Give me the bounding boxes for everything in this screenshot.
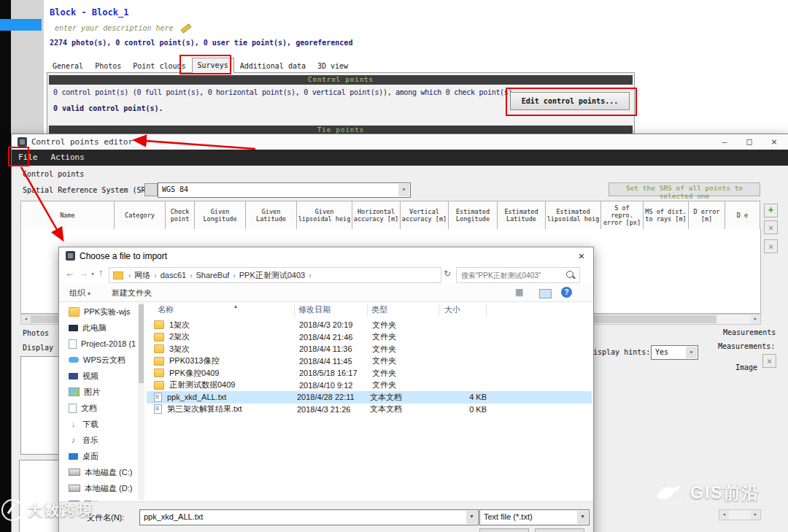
file-row[interactable]: 3架次2018/4/4 11:36文件夹 xyxy=(147,343,592,355)
column-header-estimated-longitude[interactable]: Estimated Longitude xyxy=(449,201,498,230)
sidebar-item-videos[interactable]: 视频 xyxy=(59,369,136,382)
sidebar-item-pictures[interactable]: 图片 xyxy=(59,385,136,398)
scroll-left-icon[interactable] xyxy=(21,315,31,324)
sidebar-item-documents[interactable]: 文档 xyxy=(59,401,136,415)
breadcrumb-item[interactable]: ShareBuf xyxy=(194,271,232,280)
file-row[interactable]: PPK像控04092018/5/18 16:17文件夹 xyxy=(147,367,592,379)
file-row[interactable]: 第三架次解算结果.txt2018/4/3 21:26文本文档0 KB xyxy=(147,404,592,416)
breadcrumb-item[interactable]: 网络 xyxy=(132,270,152,281)
column-header-name[interactable]: Name xyxy=(21,201,115,230)
cancel-button[interactable]: 取消 xyxy=(535,528,584,532)
sidebar-scrollbar[interactable] xyxy=(138,303,144,500)
scrollbar-thumb[interactable] xyxy=(139,304,144,383)
forward-icon[interactable] xyxy=(79,268,88,279)
filename-input[interactable]: ppk_xkd_ALL.txt xyxy=(139,509,479,525)
column-header-category[interactable]: Category xyxy=(115,201,166,230)
open-button[interactable]: 打开(O) xyxy=(479,528,529,532)
text-file-icon xyxy=(154,404,162,414)
photo-preview-box[interactable] xyxy=(19,460,61,532)
picture-icon xyxy=(69,388,80,396)
search-input[interactable]: 搜索"PPK正射测试0403" xyxy=(456,267,580,283)
list-column-size[interactable]: 大小 xyxy=(444,304,460,315)
video-icon xyxy=(69,373,78,379)
sidebar-item[interactable]: WPS云文档 xyxy=(59,353,136,366)
measurements-scrollbar[interactable] xyxy=(719,509,761,520)
tab-point-clouds[interactable]: Point clouds xyxy=(127,58,191,72)
add-point-button[interactable] xyxy=(764,204,778,217)
control-points-section-header: Control points xyxy=(49,75,633,85)
minimize-icon[interactable] xyxy=(713,134,736,150)
control-points-label: Control points xyxy=(23,170,84,178)
drive-icon xyxy=(69,469,80,476)
tab-surveys[interactable]: Surveys xyxy=(192,58,234,73)
list-column-type[interactable]: 类型 xyxy=(371,304,387,315)
set-srs-button[interactable]: Set the SRS of all points to selected on… xyxy=(609,182,760,196)
new-folder-button[interactable]: 新建文件夹 xyxy=(112,288,152,298)
display-hints-dropdown[interactable]: Yes xyxy=(651,345,698,360)
music-icon: ♪ xyxy=(69,436,78,444)
list-column-date[interactable]: 修改日期 xyxy=(298,304,331,315)
preview-pane-icon[interactable] xyxy=(539,289,552,298)
help-icon[interactable] xyxy=(561,287,572,298)
file-row[interactable]: 正射测试数据04092018/4/10 9:12文件夹 xyxy=(147,379,592,392)
tab-additional-data[interactable]: Additional data xyxy=(234,58,312,72)
breadcrumb-item[interactable]: dasc61 xyxy=(158,271,188,280)
scroll-right-icon[interactable] xyxy=(751,510,760,520)
column-header-dist-to-rays[interactable]: MS of dist. to rays [m] xyxy=(644,201,689,230)
column-header-estimated-latitude[interactable]: Estimated Latitude xyxy=(498,201,546,230)
column-header-3d-error[interactable]: D error [m] xyxy=(689,201,725,230)
tab-3d-view[interactable]: 3D view xyxy=(312,58,354,72)
sidebar-item[interactable]: Project-2018 (1 xyxy=(59,337,136,350)
list-column-name[interactable]: 名称 xyxy=(158,304,174,315)
measurements-remove-button[interactable] xyxy=(762,354,776,368)
column-header-check-point[interactable]: Check point xyxy=(166,201,195,230)
srs-label: Spatial Reference System (SRS): xyxy=(23,186,159,194)
column-header-clipped[interactable]: D e xyxy=(725,201,760,230)
tab-general[interactable]: General xyxy=(47,58,89,72)
navigation-bar: 网络 dasc61 ShareBuf PPK正射测试0403 搜索"PPK正射测… xyxy=(59,266,593,283)
tab-photos[interactable]: Photos xyxy=(89,58,127,72)
scroll-left-icon[interactable] xyxy=(719,510,729,520)
column-header-given-longitude[interactable]: Given Longitude xyxy=(195,201,246,230)
file-row-selected[interactable]: ppk_xkd_ALL.txt2018/4/28 22:11文本文档4 KB xyxy=(147,391,592,404)
up-icon[interactable] xyxy=(98,268,103,278)
file-type-dropdown[interactable]: Text file (*.txt) xyxy=(479,509,590,525)
history-chevron-icon[interactable] xyxy=(91,271,94,277)
block-description-placeholder[interactable]: enter your description here xyxy=(55,24,174,32)
clear-points-button[interactable] xyxy=(764,239,778,253)
column-header-given-latitude[interactable]: Given Latitude xyxy=(246,201,297,230)
file-row[interactable]: 2架次2018/4/4 21:46文件夹 xyxy=(147,331,592,344)
sidebar-item-desktop[interactable]: 桌面 xyxy=(59,450,136,463)
maximize-icon[interactable] xyxy=(738,134,761,150)
srs-edit-icon[interactable] xyxy=(144,183,158,196)
edit-control-points-button[interactable]: Edit control points... xyxy=(510,92,630,110)
column-header-vertical-accuracy[interactable]: Vertical accuracy [m] xyxy=(401,201,449,230)
breadcrumb[interactable]: 网络 dasc61 ShareBuf PPK正射测试0403 xyxy=(109,267,441,283)
close-icon[interactable] xyxy=(570,247,593,264)
sidebar-item-music[interactable]: ♪音乐 xyxy=(59,433,136,447)
column-header-given-height[interactable]: Given lipsoidal heig xyxy=(297,201,352,230)
refresh-icon[interactable] xyxy=(444,269,451,279)
sidebar-item-drive-d[interactable]: 本地磁盘 (D:) xyxy=(59,482,136,495)
menu-file[interactable]: File xyxy=(12,150,45,166)
sidebar-item-drive-c[interactable]: 本地磁盘 (C:) xyxy=(59,466,136,479)
close-icon[interactable] xyxy=(762,134,786,150)
scroll-right-icon[interactable] xyxy=(751,315,760,324)
column-header-horizontal-accuracy[interactable]: Horizontal accuracy [m] xyxy=(352,201,401,230)
sidebar-item-downloads[interactable]: ↓下载 xyxy=(59,417,136,431)
back-icon[interactable] xyxy=(65,268,74,279)
sidebar-item[interactable]: PPK实验-wjs xyxy=(59,305,136,318)
column-header-estimated-height[interactable]: Estimated lipsoidal heig xyxy=(546,201,601,230)
change-view-icon[interactable] xyxy=(515,287,523,297)
file-row[interactable]: 1架次2018/4/3 20:19文件夹 xyxy=(147,319,592,331)
column-header-reproj-error[interactable]: S of repro. error [px] xyxy=(601,201,644,230)
delete-point-button[interactable] xyxy=(764,220,778,234)
photos-list-box[interactable] xyxy=(20,356,61,455)
file-row[interactable]: PPK0313像控2018/4/4 11:45文件夹 xyxy=(147,355,592,368)
edit-description-pencil-icon[interactable] xyxy=(180,23,191,33)
organize-button[interactable]: 组织 xyxy=(69,288,90,298)
srs-dropdown[interactable]: WGS 84 xyxy=(158,182,411,198)
sidebar-item-this-pc[interactable]: 此电脑 xyxy=(59,321,136,334)
menu-actions[interactable]: Actions xyxy=(45,150,91,166)
breadcrumb-item[interactable]: PPK正射测试0403 xyxy=(237,270,307,281)
